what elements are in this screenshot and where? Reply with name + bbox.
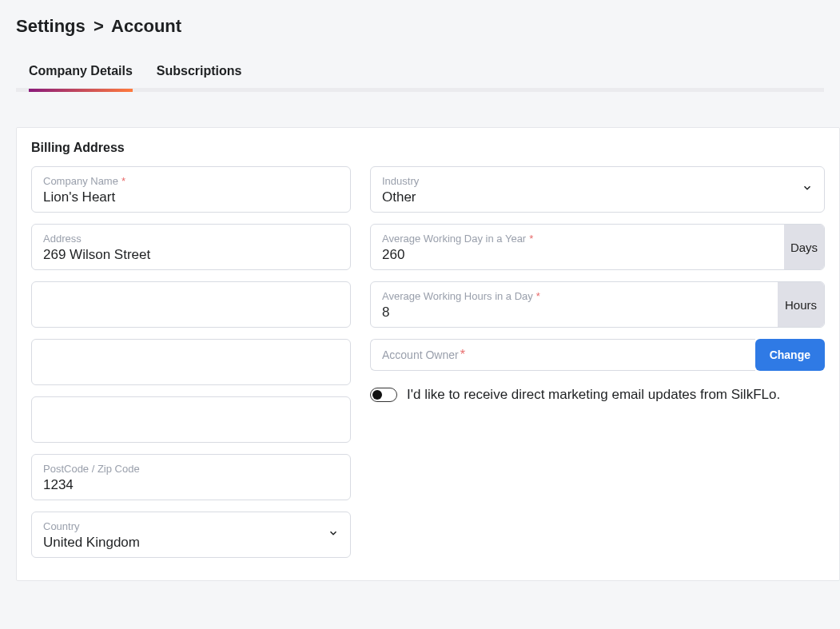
company-name-field[interactable]: Company Name* bbox=[31, 166, 351, 213]
breadcrumb-settings: Settings bbox=[16, 16, 86, 36]
account-owner-row: Account Owner* Change bbox=[370, 339, 825, 371]
country-label: Country bbox=[43, 520, 339, 533]
avg-days-label: Average Working Day in a Year* bbox=[382, 233, 776, 245]
marketing-toggle[interactable] bbox=[370, 388, 397, 402]
avg-hours-input[interactable] bbox=[382, 303, 770, 320]
address3-input[interactable] bbox=[43, 354, 339, 372]
industry-value: Other bbox=[382, 188, 813, 205]
billing-panel: Billing Address Company Name* Address bbox=[16, 127, 840, 581]
hours-suffix: Hours bbox=[778, 282, 824, 327]
avg-days-field[interactable]: Average Working Day in a Year* Days bbox=[370, 224, 825, 270]
country-field[interactable]: Country United Kingdom bbox=[31, 512, 351, 558]
address4-input[interactable] bbox=[43, 412, 339, 429]
avg-days-input[interactable] bbox=[382, 245, 776, 263]
address-field[interactable]: Address bbox=[31, 224, 351, 270]
industry-label: Industry bbox=[382, 175, 813, 188]
address4-field[interactable] bbox=[31, 396, 351, 443]
company-name-input[interactable] bbox=[43, 188, 339, 205]
change-button[interactable]: Change bbox=[755, 339, 825, 371]
account-owner-field[interactable]: Account Owner* bbox=[370, 339, 755, 371]
address3-field[interactable] bbox=[31, 339, 351, 385]
tab-company-details[interactable]: Company Details bbox=[29, 56, 133, 88]
country-value: United Kingdom bbox=[43, 533, 339, 551]
postcode-input[interactable] bbox=[43, 476, 339, 493]
avg-hours-field[interactable]: Average Working Hours in a Day* Hours bbox=[370, 281, 825, 328]
address-label: Address bbox=[43, 233, 339, 245]
postcode-field[interactable]: PostCode / Zip Code bbox=[31, 454, 351, 500]
breadcrumb: Settings > Account bbox=[16, 16, 824, 37]
chevron-down-icon bbox=[802, 182, 813, 197]
company-name-label: Company Name* bbox=[43, 175, 339, 188]
address-input[interactable] bbox=[43, 245, 339, 263]
industry-field[interactable]: Industry Other bbox=[370, 166, 825, 213]
tabs: Company Details Subscriptions bbox=[16, 56, 824, 92]
address2-input[interactable] bbox=[43, 297, 339, 314]
postcode-label: PostCode / Zip Code bbox=[43, 463, 339, 476]
days-suffix: Days bbox=[784, 225, 824, 269]
tab-subscriptions[interactable]: Subscriptions bbox=[157, 56, 242, 88]
chevron-down-icon bbox=[328, 527, 339, 542]
account-owner-label: Account Owner bbox=[382, 348, 459, 361]
marketing-toggle-row: I'd like to receive direct marketing ema… bbox=[370, 387, 825, 403]
address2-field[interactable] bbox=[31, 281, 351, 328]
breadcrumb-separator: > bbox=[94, 16, 104, 36]
avg-hours-label: Average Working Hours in a Day* bbox=[382, 290, 770, 303]
breadcrumb-account: Account bbox=[111, 16, 181, 36]
marketing-text: I'd like to receive direct marketing ema… bbox=[407, 387, 780, 403]
section-title: Billing Address bbox=[31, 141, 825, 155]
